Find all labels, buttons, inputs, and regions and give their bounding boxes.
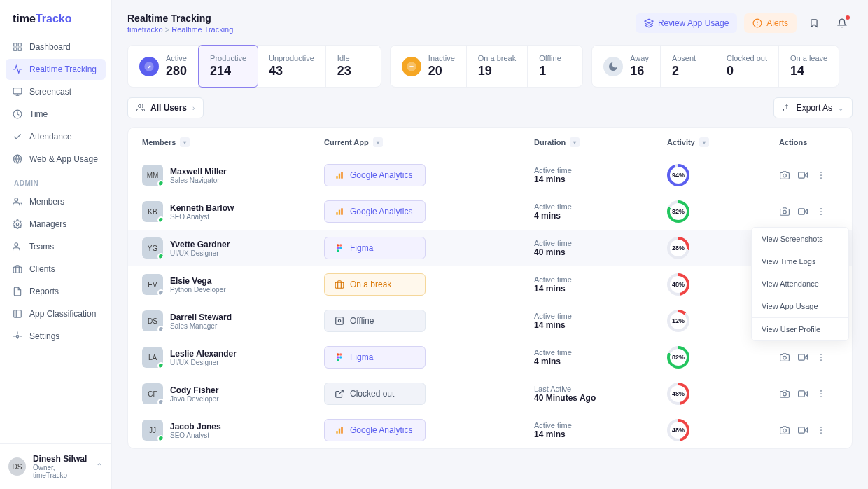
video-icon[interactable] bbox=[797, 170, 808, 181]
sidebar-item-reports[interactable]: Reports bbox=[6, 281, 106, 302]
bookmark-icon[interactable] bbox=[804, 13, 825, 34]
sidebar-item-members[interactable]: Members bbox=[6, 191, 106, 212]
popup-item-view-user-profile[interactable]: View User Profile bbox=[752, 318, 848, 340]
svg-point-52 bbox=[337, 356, 340, 359]
app-chip[interactable]: Clocked out bbox=[324, 383, 426, 405]
sort-icon[interactable]: ▾ bbox=[373, 137, 383, 147]
camera-icon[interactable] bbox=[779, 170, 790, 181]
video-icon[interactable] bbox=[797, 206, 808, 217]
app-chip[interactable]: Offline bbox=[324, 310, 426, 332]
col-app[interactable]: Current App▾ bbox=[324, 137, 534, 147]
stat-unproductive[interactable]: Unproductive43 bbox=[258, 46, 326, 87]
page-title: Realtime Tracking bbox=[127, 13, 233, 24]
svg-rect-1 bbox=[18, 43, 21, 46]
popup-item-view-attendance[interactable]: View Attendance bbox=[752, 273, 848, 295]
sidebar-item-time[interactable]: Time bbox=[6, 104, 106, 125]
app-chip[interactable]: Google Analytics bbox=[324, 419, 426, 441]
popup-item-view-app-usage[interactable]: View App Usage bbox=[752, 295, 848, 317]
breadcrumb-root[interactable]: timetracko bbox=[127, 25, 163, 34]
alerts-button[interactable]: Alerts bbox=[744, 13, 797, 33]
stat-value: 14 bbox=[790, 64, 827, 78]
more-icon[interactable] bbox=[816, 352, 827, 363]
camera-icon[interactable] bbox=[779, 425, 790, 436]
member-role: Sales Navigator bbox=[170, 177, 227, 184]
bell-icon[interactable] bbox=[832, 13, 853, 34]
stat-away[interactable]: Away16 bbox=[592, 46, 661, 87]
nav-label: Settings bbox=[29, 331, 59, 341]
nav-label: Managers bbox=[29, 219, 66, 229]
sidebar-item-settings[interactable]: Settings bbox=[6, 326, 106, 347]
stat-absent[interactable]: Absent2 bbox=[661, 46, 715, 87]
upload-icon bbox=[783, 104, 791, 112]
app-chip[interactable]: Figma bbox=[324, 237, 426, 259]
stat-label: Clocked out bbox=[727, 54, 767, 62]
more-icon[interactable] bbox=[816, 425, 827, 436]
sidebar-item-teams[interactable]: Teams bbox=[6, 236, 106, 257]
export-dropdown[interactable]: Export As ⌄ bbox=[774, 97, 853, 118]
check-icon bbox=[139, 57, 159, 76]
more-icon[interactable] bbox=[816, 170, 827, 181]
sidebar-item-web-app-usage[interactable]: Web & App Usage bbox=[6, 149, 106, 170]
activity-pct: 12% bbox=[672, 317, 685, 324]
stat-idle[interactable]: Idle23 bbox=[326, 46, 381, 87]
svg-point-50 bbox=[337, 353, 340, 356]
app-label: Clocked out bbox=[350, 389, 394, 399]
activity-pct: 94% bbox=[672, 172, 685, 179]
stat-productive[interactable]: Productive214 bbox=[198, 45, 258, 88]
stat-group-active: Active280Productive214Unproductive43Idle… bbox=[127, 45, 382, 88]
sidebar-item-realtime-tracking[interactable]: Realtime Tracking bbox=[6, 59, 106, 80]
user-avatar: DS bbox=[8, 457, 26, 476]
stat-on-a-break[interactable]: On a break19 bbox=[467, 46, 528, 87]
users-icon bbox=[136, 104, 145, 112]
nav-label: Reports bbox=[29, 287, 59, 296]
duration-value: 40 mins bbox=[534, 247, 667, 257]
chevron-up-icon[interactable]: ⌃ bbox=[96, 462, 103, 471]
nav-label: Members bbox=[29, 197, 64, 207]
status-dot bbox=[158, 289, 163, 295]
review-app-usage-button[interactable]: Review App Usage bbox=[636, 13, 737, 33]
video-icon[interactable] bbox=[797, 352, 808, 363]
stat-inactive[interactable]: Inactive20 bbox=[391, 46, 467, 87]
popup-item-view-screenshots[interactable]: View Screenshots bbox=[752, 228, 848, 250]
col-members[interactable]: Members▾ bbox=[142, 137, 324, 147]
all-users-dropdown[interactable]: All Users › bbox=[127, 97, 204, 118]
member-cell: JJ Jacob Jones SEO Analyst bbox=[142, 420, 324, 441]
app-chip[interactable]: Google Analytics bbox=[324, 164, 426, 186]
svg-rect-4 bbox=[13, 88, 22, 94]
camera-icon[interactable] bbox=[779, 206, 790, 217]
app-chip[interactable]: Figma bbox=[324, 346, 426, 369]
col-activity[interactable]: Activity▾ bbox=[667, 137, 779, 147]
popup-item-view-time-logs[interactable]: View Time Logs bbox=[752, 250, 848, 273]
sidebar-item-screencast[interactable]: Screencast bbox=[6, 81, 106, 102]
more-icon[interactable] bbox=[816, 388, 827, 399]
video-icon[interactable] bbox=[797, 425, 808, 436]
sort-icon[interactable]: ▾ bbox=[180, 137, 190, 147]
user-box[interactable]: DS Dinesh Silwal Owner, timeTracko ⌃ bbox=[0, 443, 111, 489]
avatar: CF bbox=[142, 383, 163, 404]
app-chip[interactable]: On a break bbox=[324, 273, 426, 296]
video-icon[interactable] bbox=[797, 388, 808, 399]
nav-label: Web & App Usage bbox=[29, 154, 98, 164]
camera-icon[interactable] bbox=[779, 388, 790, 399]
sidebar-item-dashboard[interactable]: Dashboard bbox=[6, 36, 106, 57]
sidebar-item-attendance[interactable]: Attendance bbox=[6, 126, 106, 147]
stat-label: Unproductive bbox=[269, 54, 314, 62]
app-label: Google Analytics bbox=[350, 207, 412, 216]
sidebar-item-clients[interactable]: Clients bbox=[6, 259, 106, 280]
app-chip[interactable]: Google Analytics bbox=[324, 200, 426, 223]
camera-icon[interactable] bbox=[779, 352, 790, 363]
sort-icon[interactable]: ▾ bbox=[699, 137, 709, 147]
avatar: EV bbox=[142, 274, 163, 295]
sidebar-item-managers[interactable]: Managers bbox=[6, 214, 106, 235]
stat-clocked-out[interactable]: Clocked out0 bbox=[715, 46, 779, 87]
stat-active[interactable]: Active280 bbox=[128, 46, 199, 87]
app-cell: Google Analytics bbox=[324, 200, 534, 223]
sort-icon[interactable]: ▾ bbox=[570, 137, 580, 147]
sidebar-item-app-classification[interactable]: App Classification bbox=[6, 303, 106, 324]
actions-cell bbox=[779, 425, 856, 436]
stat-offline[interactable]: Offline1 bbox=[528, 46, 582, 87]
more-icon[interactable] bbox=[816, 206, 827, 217]
duration-cell: Active time 40 mins bbox=[534, 239, 667, 257]
stat-on-a-leave[interactable]: On a leave14 bbox=[779, 46, 839, 87]
col-duration[interactable]: Duration▾ bbox=[534, 137, 667, 147]
